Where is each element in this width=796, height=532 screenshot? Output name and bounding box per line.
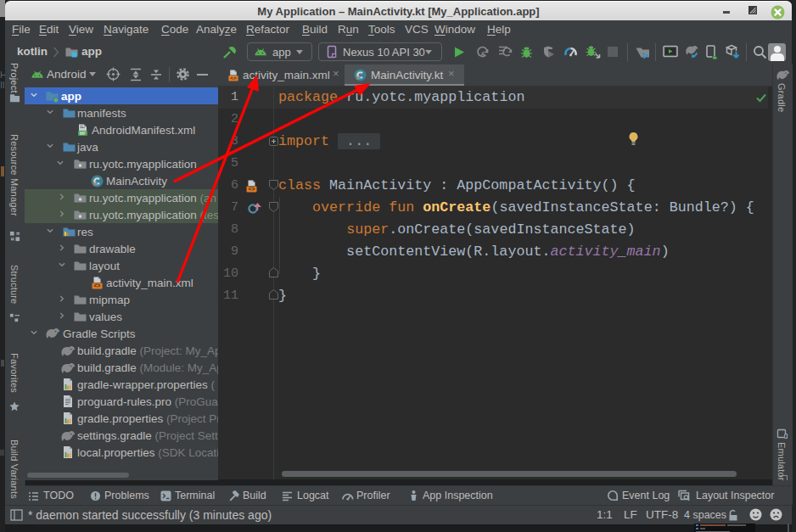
svg-text:<>: <> <box>94 283 101 289</box>
svg-text:A: A <box>480 51 485 57</box>
svg-text:<>: <> <box>249 187 255 193</box>
svg-text:MF: MF <box>80 131 87 136</box>
svg-text:<>: <> <box>230 76 237 81</box>
